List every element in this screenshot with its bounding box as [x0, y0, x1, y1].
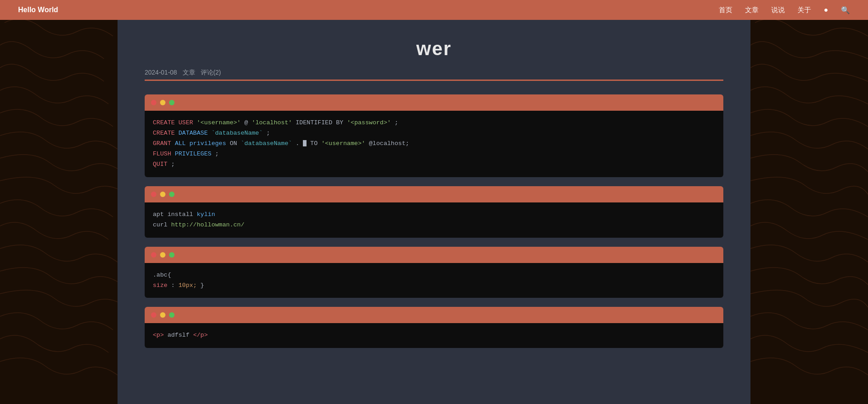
code-line-5: QUIT ; [153, 160, 715, 170]
dot-green-4 [169, 312, 175, 318]
article-comments[interactable]: 评论(2) [201, 69, 221, 77]
navbar: Hello World 首页 文章 说说 关于 ● 🔍 [0, 0, 868, 20]
code-line-2: CREATE DATABASE `databaseName` ; [153, 128, 715, 139]
code-line-css-1: .abc{ [153, 270, 715, 281]
dot-green-3 [169, 252, 175, 258]
code-line-bash-2: curl http://hollowman.cn/ [153, 220, 715, 230]
article-meta: 2024-01-08 文章 评论(2) [145, 69, 723, 77]
code-block-html: <p> adfslf </p> [145, 307, 723, 348]
article-title: wer [145, 38, 723, 60]
code-block-sql: CREATE USER '<username>' @ 'localhost' I… [145, 94, 723, 177]
code-body-html: <p> adfslf </p> [145, 323, 723, 348]
nav-link-thoughts[interactable]: 说说 [771, 6, 785, 14]
code-line-bash-1: apt install kylin [153, 210, 715, 220]
main-content: wer 2024-01-08 文章 评论(2) CREATE USER '<us… [118, 20, 750, 404]
code-block-bash: apt install kylin curl http://hollowman.… [145, 186, 723, 238]
code-line-css-2: size : 10px; } [153, 281, 715, 291]
dot-red-1 [151, 100, 156, 105]
dot-yellow-2 [160, 192, 165, 197]
dot-yellow-4 [160, 312, 165, 318]
code-line-4: FLUSH PRIVILEGES ; [153, 149, 715, 160]
code-titlebar-css [145, 247, 723, 263]
left-sidebar [0, 20, 118, 404]
code-body-bash: apt install kylin curl http://hollowman.… [145, 202, 723, 238]
code-titlebar-sql [145, 94, 723, 111]
dot-red-4 [151, 312, 156, 318]
dot-yellow-3 [160, 252, 165, 258]
dot-green-1 [169, 100, 175, 105]
dot-yellow-1 [160, 100, 165, 105]
code-line-html-1: <p> adfslf </p> [153, 330, 715, 341]
right-sidebar [750, 20, 868, 404]
navbar-links: 首页 文章 说说 关于 ● 🔍 [719, 6, 850, 14]
navbar-brand[interactable]: Hello World [18, 6, 58, 14]
nav-link-home[interactable]: 首页 [719, 6, 732, 14]
code-titlebar-html [145, 307, 723, 323]
person-icon[interactable]: ● [824, 6, 828, 14]
article-divider [145, 80, 723, 81]
article-category[interactable]: 文章 [183, 69, 195, 77]
dot-red-3 [151, 252, 156, 258]
page-wrapper: wer 2024-01-08 文章 评论(2) CREATE USER '<us… [0, 20, 868, 404]
article-date: 2024-01-08 [145, 69, 177, 77]
search-icon[interactable]: 🔍 [841, 6, 850, 14]
dot-red-2 [151, 192, 156, 197]
code-titlebar-bash [145, 186, 723, 202]
nav-link-about[interactable]: 关于 [797, 6, 811, 14]
code-body-css: .abc{ size : 10px; } [145, 263, 723, 298]
code-body-sql: CREATE USER '<username>' @ 'localhost' I… [145, 111, 723, 177]
nav-link-articles[interactable]: 文章 [745, 6, 759, 14]
code-line-1: CREATE USER '<username>' @ 'localhost' I… [153, 118, 715, 128]
dot-green-2 [169, 192, 175, 197]
code-line-3: GRANT ALL privileges ON `databaseName` .… [153, 139, 715, 149]
code-block-css: .abc{ size : 10px; } [145, 247, 723, 298]
